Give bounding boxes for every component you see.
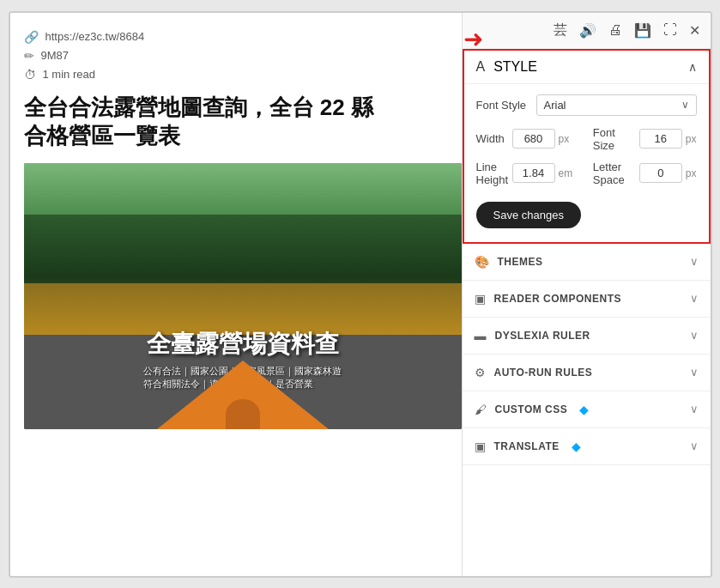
auto-run-rules-left: ⚙ AUTO-RUN RULES xyxy=(475,366,593,379)
auto-run-rules-label: AUTO-RUN RULES xyxy=(494,367,593,379)
meta-read-time: 1 min read xyxy=(43,68,95,81)
font-style-select[interactable]: Arial ∨ xyxy=(536,94,697,116)
reader-components-chevron-icon: ∨ xyxy=(690,292,699,305)
reader-components-label: READER COMPONENTS xyxy=(494,293,622,305)
line-height-label: LineHeight xyxy=(476,161,509,186)
font-select-chevron-icon: ∨ xyxy=(681,99,689,111)
accordion-item-translate[interactable]: ▣ TRANSLATE ◆ ∨ xyxy=(463,428,711,465)
font-size-input[interactable] xyxy=(639,129,682,149)
dyslexia-ruler-left: ▬ DYSLEXIA RULER xyxy=(475,329,590,342)
font-style-label: Font Style xyxy=(476,99,536,112)
custom-css-left: 🖌 CUSTOM CSS ◆ xyxy=(475,403,590,416)
custom-css-icon: 🖌 xyxy=(475,403,487,416)
width-unit: px xyxy=(559,133,570,145)
style-a-icon: A xyxy=(476,59,486,75)
accordion-item-custom-css[interactable]: 🖌 CUSTOM CSS ◆ ∨ xyxy=(463,391,711,428)
translate-label: TRANSLATE xyxy=(494,440,560,452)
reader-components-left: ▣ READER COMPONENTS xyxy=(475,292,622,306)
translate-left: ▣ TRANSLATE ◆ xyxy=(475,439,581,453)
custom-css-label: CUSTOM CSS xyxy=(495,403,568,415)
lineheight-letterspace-row: LineHeight em LetterSpace px xyxy=(476,161,697,186)
accordion-item-dyslexia-ruler[interactable]: ▬ DYSLEXIA RULER ∨ xyxy=(463,318,711,355)
main-container: ➜ 🔗 https://ez3c.tw/8684 ✏ 9M87 ⏱ 1 min … xyxy=(9,11,712,578)
expand-toolbar-icon[interactable]: ⛶ xyxy=(662,21,679,39)
dyslexia-ruler-chevron-icon: ∨ xyxy=(690,329,699,342)
save-toolbar-icon[interactable]: 💾 xyxy=(632,21,653,40)
translate-icon: ▣ xyxy=(475,439,486,453)
themes-label: THEMES xyxy=(498,256,543,268)
custom-css-chevron-icon: ∨ xyxy=(690,403,699,415)
print-toolbar-icon[interactable]: 🖨 xyxy=(607,21,624,39)
font-style-value: Arial xyxy=(544,99,566,112)
letter-space-unit: px xyxy=(686,167,697,179)
line-height-input[interactable] xyxy=(512,163,555,183)
themes-chevron-icon: ∨ xyxy=(690,255,699,268)
auto-run-rules-chevron-icon: ∨ xyxy=(690,366,699,379)
style-header-left: A STYLE xyxy=(476,59,537,75)
close-toolbar-icon[interactable]: ✕ xyxy=(687,21,702,40)
content-area: 🔗 https://ez3c.tw/8684 ✏ 9M87 ⏱ 1 min re… xyxy=(10,13,462,576)
translate-chevron-icon: ∨ xyxy=(690,439,699,452)
volume-toolbar-icon[interactable]: 🔊 xyxy=(578,21,598,40)
line-height-unit: em xyxy=(559,167,573,179)
reader-components-icon: ▣ xyxy=(475,292,486,306)
dyslexia-ruler-icon: ▬ xyxy=(475,329,487,342)
meta-url-row: 🔗 https://ez3c.tw/8684 xyxy=(24,30,448,44)
line-height-group: LineHeight em xyxy=(476,161,573,186)
style-collapse-chevron[interactable]: ∧ xyxy=(688,60,697,74)
image-overlay-text: 全臺露營場資料查 xyxy=(147,328,339,361)
width-group: Width px xyxy=(476,129,570,149)
pencil-icon: ✏ xyxy=(24,49,34,63)
red-arrow-icon: ➜ xyxy=(463,25,483,53)
toolbar: 芸 🔊 🖨 💾 ⛶ ✕ xyxy=(463,13,711,49)
arrow-annotation: ➜ xyxy=(463,25,483,53)
style-panel: A STYLE ∧ Font Style Arial ∨ Widt xyxy=(463,49,711,244)
letter-space-group: LetterSpace px xyxy=(593,161,697,186)
width-fontsize-row: Width px FontSize px xyxy=(476,126,697,152)
width-label: Width xyxy=(476,132,509,145)
right-panel: 芸 🔊 🖨 💾 ⛶ ✕ A STYLE ∧ Font Style xyxy=(462,13,711,576)
themes-left: 🎨 THEMES xyxy=(475,255,543,269)
themes-icon: 🎨 xyxy=(475,255,489,269)
style-body: Font Style Arial ∨ Width px FontS xyxy=(464,84,709,242)
font-style-row: Font Style Arial ∨ xyxy=(476,94,697,116)
link-icon: 🔗 xyxy=(24,30,39,44)
style-header-label: STYLE xyxy=(493,59,537,75)
accordion-item-auto-run-rules[interactable]: ⚙ AUTO-RUN RULES ∨ xyxy=(463,355,711,391)
letter-space-input[interactable] xyxy=(639,163,682,183)
article-image: 全臺露營場資料查 公有合法｜國家公園｜國家風景區｜國家森林遊符合相關法令｜違反相… xyxy=(24,163,462,429)
translate-toolbar-icon[interactable]: 芸 xyxy=(552,20,569,41)
tent-image xyxy=(157,361,329,429)
font-size-label: FontSize xyxy=(593,126,636,152)
article-title: 全台合法露營地圖查詢，全台 22 縣合格營區一覽表 xyxy=(24,94,448,152)
meta-id: 9M87 xyxy=(41,49,70,62)
meta-time-row: ⏱ 1 min read xyxy=(24,68,448,82)
auto-run-rules-icon: ⚙ xyxy=(475,366,486,379)
custom-css-badge: ◆ xyxy=(579,403,589,416)
style-panel-header: A STYLE ∧ xyxy=(464,51,709,84)
accordion-item-reader-components[interactable]: ▣ READER COMPONENTS ∨ xyxy=(463,281,711,318)
save-changes-button[interactable]: Save changes xyxy=(476,202,581,228)
meta-url: https://ez3c.tw/8684 xyxy=(45,30,145,43)
translate-badge: ◆ xyxy=(572,439,581,453)
dyslexia-ruler-label: DYSLEXIA RULER xyxy=(495,330,590,342)
font-size-group: FontSize px xyxy=(593,126,697,152)
accordion-item-themes[interactable]: 🎨 THEMES ∨ xyxy=(463,244,711,281)
width-input[interactable] xyxy=(512,129,555,149)
letter-space-label: LetterSpace xyxy=(593,161,636,186)
font-size-unit: px xyxy=(686,133,697,145)
meta-id-row: ✏ 9M87 xyxy=(24,49,448,63)
accordion-list: 🎨 THEMES ∨ ▣ READER COMPONENTS ∨ ▬ DYSLE… xyxy=(463,244,711,576)
clock-icon: ⏱ xyxy=(24,68,36,82)
